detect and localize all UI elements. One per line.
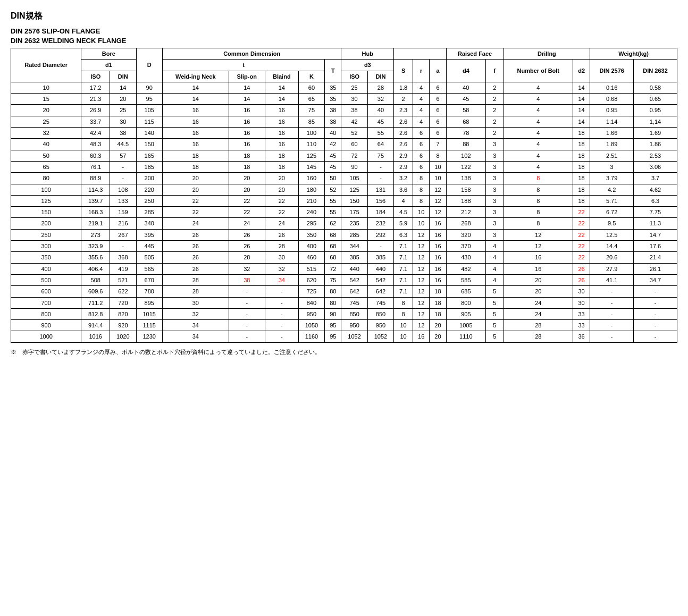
table-cell: 75 bbox=[325, 274, 341, 285]
table-cell: 292 bbox=[367, 229, 393, 240]
table-cell: 10 bbox=[430, 161, 446, 172]
table-cell: 5.9 bbox=[394, 218, 413, 229]
table-cell: 950 bbox=[341, 320, 367, 331]
table-cell: 2.6 bbox=[394, 116, 413, 127]
table-cell: 12 bbox=[430, 207, 446, 218]
table-cell: 445 bbox=[136, 241, 162, 252]
table-cell: 30 bbox=[341, 94, 367, 105]
table-cell: 115 bbox=[136, 116, 162, 127]
table-cell: 18 bbox=[430, 308, 446, 319]
table-cell: 1.66 bbox=[590, 128, 634, 139]
table-cell: 14 bbox=[229, 94, 265, 105]
header-k: K bbox=[298, 71, 324, 82]
table-cell: - bbox=[229, 320, 265, 331]
table-cell: 2.51 bbox=[590, 150, 634, 161]
table-cell: 1.89 bbox=[590, 139, 634, 150]
table-cell: 21.3 bbox=[81, 94, 110, 105]
table-cell: - bbox=[110, 241, 136, 252]
table-cell: 60 bbox=[341, 139, 367, 150]
table-cell: 16 bbox=[229, 139, 265, 150]
table-cell: 14 bbox=[573, 94, 590, 105]
table-cell: 38 bbox=[229, 274, 265, 285]
table-cell: 18 bbox=[430, 286, 446, 297]
table-cell: 273 bbox=[81, 229, 110, 240]
table-cell: 30 bbox=[573, 297, 590, 308]
table-cell: - bbox=[590, 297, 634, 308]
header-common-dimension: Common Dimension bbox=[162, 48, 341, 60]
table-cell: 20 bbox=[430, 320, 446, 331]
table-cell: 8 bbox=[504, 195, 573, 206]
table-cell: 40 bbox=[11, 139, 81, 150]
table-cell: 950 bbox=[367, 320, 393, 331]
table-cell: 521 bbox=[110, 274, 136, 285]
table-cell: 105 bbox=[341, 173, 367, 184]
table-cell: 45 bbox=[367, 116, 393, 127]
table-cell: 4 bbox=[486, 241, 504, 252]
table-cell: 219.1 bbox=[81, 218, 110, 229]
table-cell: 18 bbox=[229, 150, 265, 161]
table-cell: 950 bbox=[298, 308, 324, 319]
table-cell: 235 bbox=[341, 218, 367, 229]
table-cell: 12.5 bbox=[590, 229, 634, 240]
table-cell: 6 bbox=[430, 105, 446, 116]
table-cell: 125 bbox=[341, 184, 367, 195]
table-cell: 41.1 bbox=[590, 274, 634, 285]
header-d3-din: DIN bbox=[367, 71, 393, 82]
table-cell: 14 bbox=[573, 82, 590, 93]
table-cell: 16 bbox=[162, 105, 229, 116]
table-cell: 700 bbox=[11, 297, 81, 308]
table-cell: 14 bbox=[265, 82, 298, 93]
table-cell: 268 bbox=[446, 218, 485, 229]
table-cell: 105 bbox=[136, 105, 162, 116]
table-cell: 28 bbox=[504, 320, 573, 331]
header-iso1: ISO bbox=[81, 71, 110, 82]
table-cell: 508 bbox=[81, 274, 110, 285]
table-cell: 165 bbox=[136, 150, 162, 161]
table-cell: - bbox=[367, 241, 393, 252]
table-cell: 14 bbox=[162, 82, 229, 93]
table-cell: 65 bbox=[11, 161, 81, 172]
table-cell: 156 bbox=[367, 195, 393, 206]
table-cell: 400 bbox=[298, 241, 324, 252]
table-cell: 5 bbox=[486, 286, 504, 297]
table-cell: 34 bbox=[162, 331, 229, 342]
table-cell: 22 bbox=[573, 252, 590, 263]
header-weiding-neck: Weid-ing Neck bbox=[162, 71, 229, 82]
table-cell: 72 bbox=[341, 150, 367, 161]
table-cell: - bbox=[229, 331, 265, 342]
table-cell: 3.2 bbox=[394, 173, 413, 184]
table-cell: 26 bbox=[573, 274, 590, 285]
table-cell: 17.6 bbox=[634, 241, 677, 252]
table-cell: 0.65 bbox=[634, 94, 677, 105]
table-cell: 26 bbox=[162, 241, 229, 252]
table-cell: 45 bbox=[325, 150, 341, 161]
table-cell: 5.71 bbox=[590, 195, 634, 206]
table-cell: 180 bbox=[298, 184, 324, 195]
table-cell: - bbox=[229, 308, 265, 319]
table-cell: 188 bbox=[446, 195, 485, 206]
table-cell: 20.6 bbox=[590, 252, 634, 263]
table-cell: 22 bbox=[162, 195, 229, 206]
table-cell: 145 bbox=[298, 161, 324, 172]
table-cell: 12 bbox=[413, 286, 430, 297]
table-cell: 20 bbox=[110, 94, 136, 105]
table-cell: 3.7 bbox=[634, 173, 677, 184]
table-cell: 3.6 bbox=[394, 184, 413, 195]
table-cell: 7.1 bbox=[394, 241, 413, 252]
table-cell: 0.95 bbox=[590, 105, 634, 116]
table-cell: 18 bbox=[573, 161, 590, 172]
table-cell: 102 bbox=[446, 150, 485, 161]
table-cell: 38 bbox=[325, 105, 341, 116]
table-cell: 320 bbox=[446, 229, 485, 240]
table-cell: 33.7 bbox=[81, 116, 110, 127]
table-cell: 60 bbox=[298, 82, 324, 93]
table-cell: 28 bbox=[229, 252, 265, 263]
table-cell: 12 bbox=[504, 241, 573, 252]
table-cell: 622 bbox=[110, 286, 136, 297]
table-cell: 32 bbox=[265, 263, 298, 274]
table-cell: - bbox=[265, 331, 298, 342]
table-cell: 900 bbox=[11, 320, 81, 331]
table-cell: 36 bbox=[573, 331, 590, 342]
table-cell: 385 bbox=[341, 252, 367, 263]
table-cell: 400 bbox=[11, 263, 81, 274]
